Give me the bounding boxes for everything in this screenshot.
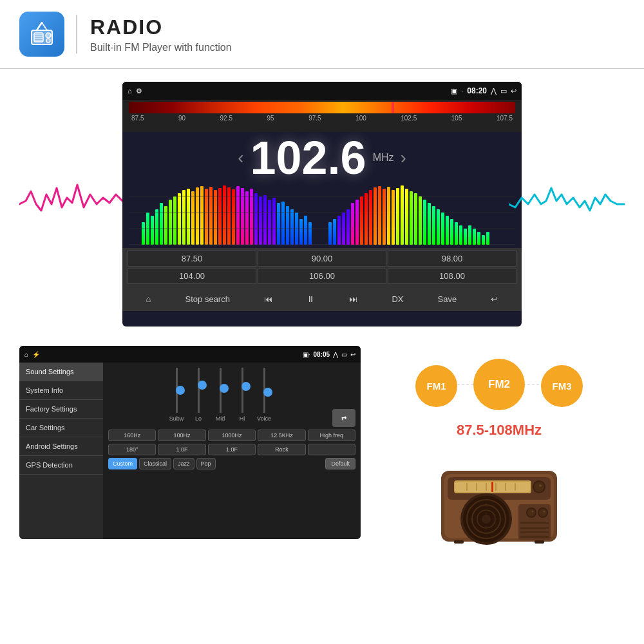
preset-item-6[interactable]: 108.00 — [388, 268, 516, 284]
preset-item-1[interactable]: 87.50 — [128, 251, 256, 267]
freq-ruler: 87.5 90 92.5 95 97.5 100 102.5 105 107.5 — [122, 100, 522, 132]
svg-point-115 — [527, 509, 535, 516]
nav-gps-detection[interactable]: GPS Detection — [19, 456, 103, 475]
freq-btn-1000hz[interactable]: 1000Hz — [208, 430, 256, 441]
svg-rect-64 — [383, 189, 386, 245]
eq-mid-slider[interactable] — [213, 368, 228, 413]
freq-next-arrow[interactable]: › — [401, 147, 406, 168]
eq-subw-group: Subw — [169, 368, 184, 422]
freq-prev-arrow[interactable]: ‹ — [238, 147, 243, 168]
page-subtitle: Built-in FM Player with function — [90, 42, 232, 53]
back-button[interactable]: ↩ — [491, 294, 498, 304]
nav-sound-settings[interactable]: Sound Settings — [19, 363, 103, 381]
extra-btn-empty — [308, 444, 355, 455]
svg-rect-77 — [441, 213, 444, 245]
svg-rect-74 — [428, 203, 431, 245]
svg-rect-25 — [209, 187, 213, 245]
stop-search-button[interactable]: Stop search — [185, 294, 230, 304]
svg-point-8 — [46, 33, 51, 38]
svg-rect-67 — [396, 188, 399, 245]
svg-rect-43 — [290, 209, 294, 245]
extra-btn-180[interactable]: 180° — [108, 444, 156, 455]
page-title: RADIO — [90, 15, 232, 39]
eq-hi-label: Hi — [240, 415, 245, 422]
eq-section: // bars drawn inline as rects — [122, 184, 522, 248]
eq-voice-label: Voice — [257, 415, 271, 422]
extra-btn-1f-2[interactable]: 1.0F — [208, 444, 256, 455]
preset-item-2[interactable]: 90.00 — [258, 251, 386, 267]
svg-rect-120 — [520, 522, 549, 524]
home-button[interactable]: ⌂ — [146, 294, 151, 304]
preset-item-5[interactable]: 106.00 — [258, 268, 386, 284]
freq-unit-group: MHz — [373, 152, 394, 164]
eq-lo-label: Lo — [195, 415, 202, 422]
svg-rect-38 — [268, 200, 271, 245]
svg-rect-34 — [250, 189, 253, 245]
sound-presets: Custom Classical Jazz Pop Default — [108, 458, 355, 469]
preset-classical[interactable]: Classical — [139, 458, 171, 469]
radio-icon — [28, 20, 56, 48]
settings-expand: ⋀ — [333, 351, 338, 358]
preset-pop[interactable]: Pop — [196, 458, 216, 469]
eq-hi-slider[interactable] — [234, 368, 250, 413]
svg-rect-28 — [223, 185, 226, 245]
preset-item-4[interactable]: 104.00 — [128, 268, 256, 284]
svg-rect-21 — [191, 191, 194, 245]
freq-btn-125khz[interactable]: 12.5KHz — [258, 430, 305, 441]
save-button[interactable]: Save — [438, 294, 457, 304]
preset-custom[interactable]: Custom — [108, 458, 137, 469]
svg-rect-87 — [486, 232, 489, 245]
eq-toggle-button[interactable]: ⇄ — [332, 409, 355, 427]
svg-rect-86 — [482, 235, 485, 245]
pause-button[interactable]: ⏸ — [307, 294, 315, 304]
vintage-radio-image — [435, 451, 564, 548]
eq-controls: Subw Lo Mid — [108, 368, 332, 422]
bottom-section: ⌂ ⚡ ▣· 08:05 ⋀ ▭ ↩ Sound Settings System… — [19, 346, 625, 548]
extra-btn-1f-1[interactable]: 1.0F — [158, 444, 205, 455]
svg-point-118 — [539, 509, 547, 516]
fm-freq-range: 87.5-108MHz — [457, 422, 542, 439]
eq-lo-slider[interactable] — [191, 368, 206, 413]
radio-screen-section: ⌂ ⚙ ▣ · 08:20 ⋀ ▭ ↩ 87.5 — [19, 82, 625, 327]
freq-display: ‹ 102.6 MHz › — [122, 132, 522, 184]
svg-rect-26 — [214, 190, 217, 245]
eq-lo-group: Lo — [191, 368, 206, 422]
nav-system-info[interactable]: System Info — [19, 381, 103, 400]
signal-icon: ▣ — [451, 87, 457, 95]
svg-rect-23 — [200, 186, 204, 245]
nav-factory-settings[interactable]: Factory Settings — [19, 400, 103, 419]
default-button[interactable]: Default — [325, 458, 355, 469]
svg-rect-59 — [360, 196, 363, 245]
svg-rect-18 — [178, 193, 181, 245]
eq-subw-slider[interactable] — [169, 368, 184, 413]
fm3-bubble: FM3 — [541, 365, 583, 407]
svg-rect-17 — [173, 196, 176, 245]
dot-icon: · — [461, 87, 463, 95]
status-right: ▣ · 08:20 ⋀ ▭ ↩ — [451, 86, 516, 95]
eq-mid-group: Mid — [213, 368, 228, 422]
svg-rect-75 — [432, 206, 435, 245]
eq-subw-label: Subw — [169, 415, 184, 422]
freq-btn-100hz[interactable]: 100Hz — [158, 430, 205, 441]
svg-rect-58 — [355, 200, 359, 245]
preset-item-3[interactable]: 98.00 — [388, 251, 516, 267]
svg-rect-80 — [455, 222, 458, 245]
settings-nav: Sound Settings System Info Factory Setti… — [19, 363, 103, 539]
nav-car-settings[interactable]: Car Settings — [19, 419, 103, 437]
svg-rect-76 — [437, 209, 440, 245]
preset-jazz[interactable]: Jazz — [173, 458, 194, 469]
dx-button[interactable]: DX — [392, 294, 403, 304]
svg-rect-84 — [473, 229, 476, 245]
freq-number: 102.6 — [250, 135, 366, 181]
svg-point-104 — [539, 484, 542, 487]
svg-rect-33 — [245, 191, 249, 245]
status-left: ⌂ ⚙ — [128, 87, 142, 95]
svg-rect-83 — [468, 225, 471, 245]
freq-btn-160hz[interactable]: 160Hz — [108, 430, 156, 441]
eq-voice-slider[interactable] — [256, 368, 272, 413]
prev-button[interactable]: ⏮ — [264, 294, 272, 304]
nav-android-settings[interactable]: Android Settings — [19, 437, 103, 456]
extra-btn-rock[interactable]: Rock — [258, 444, 305, 455]
next-button[interactable]: ⏭ — [349, 294, 357, 304]
freq-btn-highfreq[interactable]: High freq — [308, 430, 355, 441]
